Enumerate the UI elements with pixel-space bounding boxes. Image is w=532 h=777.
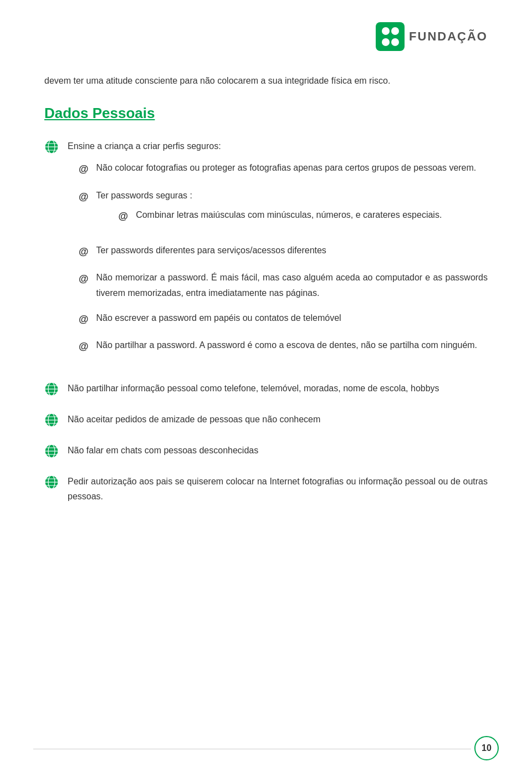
section-title: Dados Pessoais (44, 105, 488, 122)
list-item: Não falar em chats com pessoas desconhec… (44, 443, 488, 458)
item3-text: Não aceitar pedidos de amizade de pessoa… (68, 412, 488, 427)
sub-list-1: @ Não colocar fotografias ou proteger as… (68, 160, 488, 355)
sub-list-item: @ Não memorizar a password. É mais fácil… (68, 270, 488, 300)
page-number-container: 10 (474, 736, 499, 760)
sub-list-item: @ Não escrever a password em papéis ou c… (68, 310, 488, 328)
at-bullet: @ (79, 270, 89, 288)
fundacao-label: FUNDAÇÃO (409, 29, 488, 44)
sub-sub-list: @ Combinar letras maiúsculas com minúscu… (96, 207, 488, 225)
at-bullet: @ (79, 188, 89, 206)
pt-circle-3 (382, 38, 390, 46)
header: FUNDAÇÃO (44, 22, 488, 51)
list-item: Não aceitar pedidos de amizade de pessoa… (44, 412, 488, 427)
passwords-lead: Ter passwords seguras : (96, 191, 192, 200)
sub-item-text: Não memorizar a password. É mais fácil, … (96, 270, 488, 300)
sub-sub-item-text: Combinar letras maiúsculas com minúscula… (136, 207, 488, 222)
pt-circle-2 (391, 27, 399, 35)
at-bullet: @ (119, 208, 129, 225)
sub-item-text: Ter passwords diferentes para serviços/a… (96, 243, 488, 258)
globe-bullet-icon (44, 444, 59, 458)
globe-bullet-icon (44, 382, 59, 396)
pt-logo-box (376, 22, 405, 51)
item5-text: Pedir autorização aos pais se quiserem c… (68, 474, 488, 504)
main-list: Ensine a criança a criar perfis seguros:… (44, 139, 488, 504)
globe-bullet-icon (44, 475, 59, 489)
sub-list-item: @ Não partilhar a password. A password é… (68, 338, 488, 355)
intro-text: devem ter uma atitude consciente para nã… (44, 73, 488, 88)
at-bullet: @ (79, 338, 89, 355)
item2-text: Não partilhar informação pessoal como te… (68, 381, 488, 396)
list-item: Não partilhar informação pessoal como te… (44, 381, 488, 396)
item1-lead: Ensine a criança a criar perfis seguros: (68, 141, 221, 151)
sub-item-passwords: Ter passwords seguras : @ Combinar letra… (96, 188, 488, 233)
at-bullet: @ (79, 243, 89, 260)
logo-wrapper: FUNDAÇÃO (376, 22, 488, 51)
sub-sub-list-item: @ Combinar letras maiúsculas com minúscu… (96, 207, 488, 225)
sub-list-item: @ Ter passwords diferentes para serviços… (68, 243, 488, 260)
item1-content: Ensine a criança a criar perfis seguros:… (68, 139, 488, 365)
page-container: FUNDAÇÃO devem ter uma atitude conscient… (0, 0, 532, 777)
sub-list-item: @ Ter passwords seguras : @ Combinar let… (68, 188, 488, 233)
globe-bullet-icon (44, 140, 59, 154)
bottom-divider (33, 749, 471, 749)
sub-item-text: Não colocar fotografias ou proteger as f… (96, 160, 488, 175)
at-bullet: @ (79, 311, 89, 328)
globe-bullet-icon (44, 413, 59, 427)
page-number: 10 (474, 736, 499, 760)
list-item: Pedir autorização aos pais se quiserem c… (44, 474, 488, 504)
sub-list-item: @ Não colocar fotografias ou proteger as… (68, 160, 488, 178)
sub-item-text: Não partilhar a password. A password é c… (96, 338, 488, 352)
pt-circle-4 (391, 38, 399, 46)
sub-item-text: Não escrever a password em papéis ou con… (96, 310, 488, 325)
at-bullet: @ (79, 161, 89, 178)
list-item: Ensine a criança a criar perfis seguros:… (44, 139, 488, 365)
item4-text: Não falar em chats com pessoas desconhec… (68, 443, 488, 458)
pt-circle-1 (382, 27, 390, 35)
